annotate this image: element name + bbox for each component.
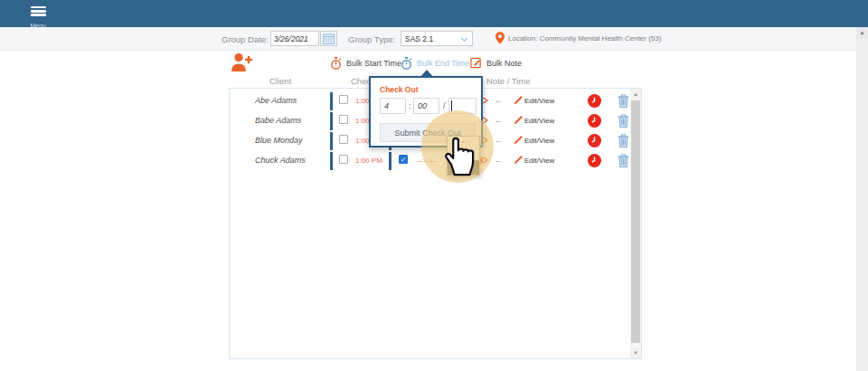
session-toolbar: Group Date: Group Type: SAS 2.1 Location… <box>0 27 868 51</box>
client-name: Babe Adams <box>255 116 301 125</box>
bulk-end-time-button[interactable]: Bulk End Time <box>401 57 469 70</box>
trash-icon[interactable] <box>618 114 629 128</box>
check-in-time: 1:00 PM <box>355 157 382 165</box>
calendar-icon <box>323 33 335 44</box>
note-value: -- <box>495 97 500 105</box>
alert-clock-icon[interactable] <box>588 154 601 167</box>
bulk-start-time-button[interactable]: Bulk Start Time <box>330 57 401 70</box>
scrollbar-thumb[interactable] <box>631 100 640 343</box>
edit-view-link[interactable]: Edit/View <box>524 97 554 105</box>
note-edit-icon <box>470 57 482 69</box>
chevron-down-icon <box>461 35 467 42</box>
alert-clock-icon[interactable] <box>588 134 601 147</box>
scroll-down-arrow[interactable]: ▼ <box>630 347 641 358</box>
pencil-icon <box>514 155 524 165</box>
group-type-value: SAS 2.1 <box>405 34 433 43</box>
trash-icon[interactable] <box>618 154 629 167</box>
edit-view-link[interactable]: Edit/View <box>524 117 554 125</box>
group-date-label: Group Date: <box>222 34 269 44</box>
column-divider <box>330 112 333 130</box>
hand-cursor-icon <box>439 134 481 177</box>
bulk-actions-row: Bulk Start Time Bulk End Time Bulk Note <box>0 51 868 76</box>
person-add-icon <box>230 52 253 73</box>
column-divider <box>330 152 333 170</box>
text-caret <box>451 100 452 111</box>
check-in-checkbox[interactable] <box>339 135 348 144</box>
bulk-note-label: Bulk Note <box>486 59 522 68</box>
calendar-button[interactable] <box>320 31 337 46</box>
add-client-button[interactable] <box>230 52 253 73</box>
trash-icon[interactable] <box>618 94 629 108</box>
pencil-icon <box>514 115 524 125</box>
note-value: -- <box>495 137 500 145</box>
group-date-input[interactable] <box>270 31 319 46</box>
location-text: Location: Community Mental Health Center… <box>508 34 661 43</box>
trash-icon[interactable] <box>618 134 629 147</box>
bulk-end-time-label: Bulk End Time <box>417 59 469 68</box>
hour-input[interactable] <box>380 98 406 114</box>
page-scrollbar[interactable]: ▲ <box>856 27 868 371</box>
client-name: Blue Monday <box>255 136 303 145</box>
note-value: -- <box>495 117 500 125</box>
alert-clock-icon[interactable] <box>588 114 601 128</box>
edit-view-link[interactable]: Edit/View <box>524 157 554 165</box>
hamburger-icon <box>31 5 46 18</box>
table-scrollbar[interactable]: ▲ ▼ <box>630 89 641 358</box>
minute-input[interactable] <box>413 98 439 114</box>
column-divider <box>330 132 333 150</box>
alert-clock-icon[interactable] <box>588 94 601 108</box>
page-scroll-up-arrow[interactable]: ▲ <box>856 27 868 39</box>
stopwatch-icon <box>330 57 342 70</box>
slash-separator: / <box>443 101 446 110</box>
popup-arrow <box>420 70 434 78</box>
pencil-icon <box>514 95 524 105</box>
check-out-checkbox[interactable]: ✓ <box>399 155 408 164</box>
column-header-note-time: Note / Time <box>486 76 531 86</box>
note-value: -- <box>495 157 500 165</box>
colon-separator: : <box>409 101 411 110</box>
column-header-client: Client <box>269 76 291 86</box>
client-name: Chuck Adams <box>255 156 306 165</box>
group-type-select[interactable]: SAS 2.1 <box>401 31 473 46</box>
scroll-up-arrow[interactable]: ▲ <box>630 89 641 100</box>
check-in-checkbox[interactable] <box>339 95 348 104</box>
group-type-label: Group Type: <box>348 34 395 44</box>
column-divider <box>389 152 392 170</box>
location-pin-icon <box>495 32 505 44</box>
edit-view-link[interactable]: Edit/View <box>524 137 554 145</box>
pencil-icon <box>514 135 524 145</box>
bulk-start-time-label: Bulk Start Time <box>346 59 401 68</box>
menu-button[interactable]: Menu <box>25 2 51 26</box>
check-in-checkbox[interactable] <box>339 115 348 124</box>
check-out-title: Check Out <box>380 85 419 94</box>
bulk-note-button[interactable]: Bulk Note <box>470 57 522 69</box>
location-indicator: Location: Community Mental Health Center… <box>495 32 661 44</box>
top-navigation-bar: Menu <box>0 0 868 27</box>
check-in-checkbox[interactable] <box>339 155 348 164</box>
column-divider <box>330 92 333 110</box>
stopwatch-icon <box>401 57 412 70</box>
client-name: Abe Adams <box>255 96 297 105</box>
